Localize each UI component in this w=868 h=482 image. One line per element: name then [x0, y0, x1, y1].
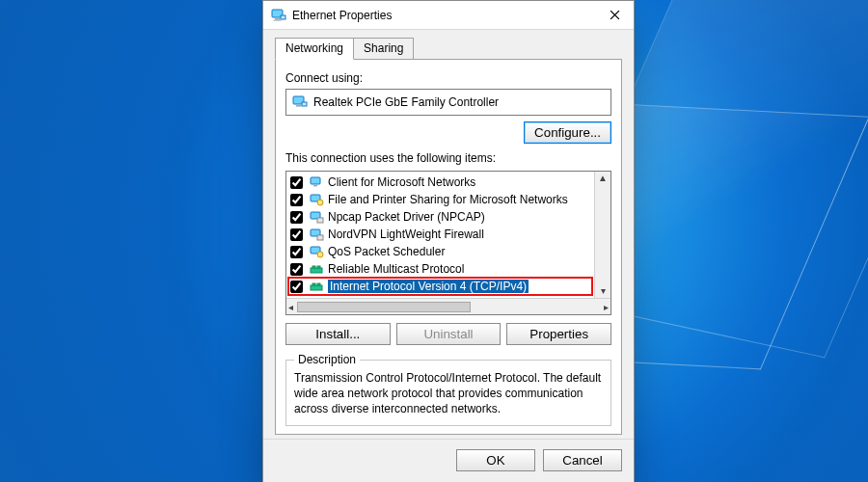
description-heading: Description [294, 353, 360, 366]
items-label: This connection uses the following items… [285, 151, 611, 165]
adapter-name: Realtek PCIe GbE Family Controller [313, 95, 499, 109]
adapter-select[interactable]: Realtek PCIe GbE Family Controller [285, 89, 611, 116]
list-item[interactable]: Npcap Packet Driver (NPCAP) [288, 208, 592, 226]
list-item[interactable]: Reliable Multicast Protocol [288, 260, 592, 278]
item-label: Npcap Packet Driver (NPCAP) [328, 210, 485, 224]
scroll-left-icon: ◂ [288, 302, 293, 312]
protocol-icon [309, 279, 324, 294]
horizontal-scrollbar[interactable]: ◂ ▸ [286, 298, 610, 314]
list-item[interactable]: File and Printer Sharing for Microsoft N… [288, 191, 592, 208]
service-icon [309, 192, 324, 207]
horizontal-scroll-thumb[interactable] [297, 302, 471, 312]
item-label: File and Printer Sharing for Microsoft N… [328, 193, 568, 206]
tab-panel-networking: Connect using: Realtek PCIe GbE Family C… [275, 59, 622, 435]
scroll-right-icon: ▸ [604, 302, 609, 312]
item-checkbox[interactable] [290, 211, 303, 224]
item-checkbox[interactable] [290, 176, 303, 189]
scroll-up-icon: ▲ [598, 174, 608, 183]
driver-icon [309, 209, 324, 225]
dialog-body: Networking Sharing Connect using: Realte… [263, 30, 634, 439]
svg-rect-3 [281, 15, 285, 19]
item-label: QoS Packet Scheduler [328, 245, 445, 258]
uninstall-button: Uninstall [396, 323, 502, 345]
list-item[interactable]: QoS Packet Scheduler [288, 243, 592, 260]
ethernet-properties-dialog: Ethernet Properties Networking Sharing C… [262, 0, 635, 482]
item-label: Reliable Multicast Protocol [328, 262, 464, 276]
tab-networking[interactable]: Networking [275, 38, 354, 60]
ok-button[interactable]: OK [456, 449, 535, 471]
properties-button[interactable]: Properties [506, 323, 611, 345]
install-button[interactable]: Install... [285, 323, 391, 345]
description-group: Description Transmission Control Protoco… [285, 353, 611, 426]
item-checkbox[interactable] [290, 194, 303, 206]
titlebar[interactable]: Ethernet Properties [263, 1, 634, 30]
network-card-icon [292, 94, 308, 110]
window-title: Ethernet Properties [292, 9, 595, 22]
tab-sharing[interactable]: Sharing [353, 38, 414, 60]
dialog-button-row: OK Cancel [263, 439, 634, 482]
scroll-down-icon: ▾ [601, 286, 606, 296]
close-icon [610, 10, 620, 20]
item-label: NordVPN LightWeight Firewall [328, 228, 484, 241]
connection-items-list: Client for Microsoft NetworksFile and Pr… [285, 171, 611, 315]
items-scroll-area[interactable]: Client for Microsoft NetworksFile and Pr… [286, 172, 594, 298]
network-adapter-icon [271, 8, 286, 23]
list-item[interactable]: Internet Protocol Version 4 (TCP/IPv4) [288, 278, 592, 295]
connect-using-label: Connect using: [285, 71, 611, 85]
description-text: Transmission Control Protocol/Internet P… [294, 370, 603, 417]
item-checkbox[interactable] [290, 263, 303, 276]
item-checkbox[interactable] [290, 246, 303, 258]
svg-rect-5 [296, 105, 301, 107]
client-icon [309, 174, 324, 190]
protocol-icon [309, 261, 324, 277]
item-label: Internet Protocol Version 4 (TCP/IPv4) [328, 280, 529, 293]
vertical-scrollbar[interactable]: ▲ ▾ [594, 172, 610, 298]
item-checkbox[interactable] [290, 281, 303, 293]
list-item[interactable]: NordVPN LightWeight Firewall [288, 226, 592, 243]
tabs: Networking Sharing [275, 38, 622, 60]
service-icon [309, 244, 324, 259]
svg-rect-6 [302, 102, 307, 106]
cancel-button[interactable]: Cancel [543, 449, 622, 471]
svg-rect-2 [274, 19, 282, 20]
close-button[interactable] [595, 1, 634, 30]
configure-button[interactable]: Configure... [524, 121, 611, 144]
driver-icon [309, 227, 324, 242]
item-checkbox[interactable] [290, 228, 303, 241]
svg-rect-1 [275, 18, 280, 20]
item-label: Client for Microsoft Networks [328, 175, 475, 189]
list-item[interactable]: Client for Microsoft Networks [288, 174, 592, 191]
